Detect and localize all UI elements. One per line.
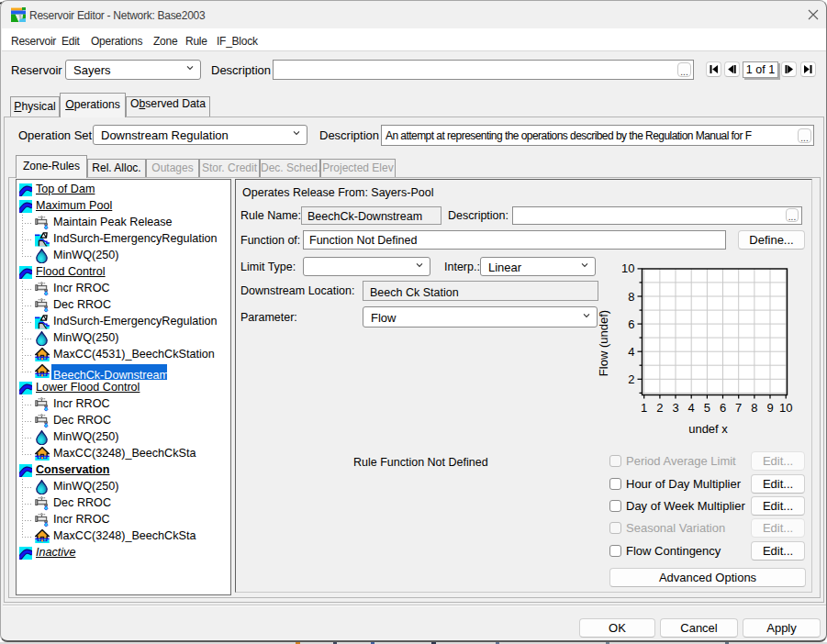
- svg-text:10: 10: [779, 401, 792, 415]
- svg-text:6: 6: [720, 401, 726, 415]
- svg-text:1: 1: [641, 401, 647, 415]
- svg-text:10: 10: [621, 261, 634, 275]
- svg-text:8: 8: [628, 290, 634, 304]
- svg-text:2: 2: [628, 372, 634, 386]
- svg-text:5: 5: [704, 401, 710, 415]
- svg-text:9: 9: [766, 401, 773, 415]
- svg-text:8: 8: [751, 401, 757, 415]
- svg-text:3: 3: [672, 401, 678, 415]
- svg-text:4: 4: [628, 345, 634, 359]
- svg-text:2: 2: [656, 401, 663, 415]
- svg-text:6: 6: [628, 317, 634, 331]
- svg-text:undef x: undef x: [688, 422, 728, 436]
- svg-text:7: 7: [735, 401, 742, 415]
- svg-text:4: 4: [688, 401, 695, 415]
- svg-text:Flow (undef): Flow (undef): [597, 310, 610, 376]
